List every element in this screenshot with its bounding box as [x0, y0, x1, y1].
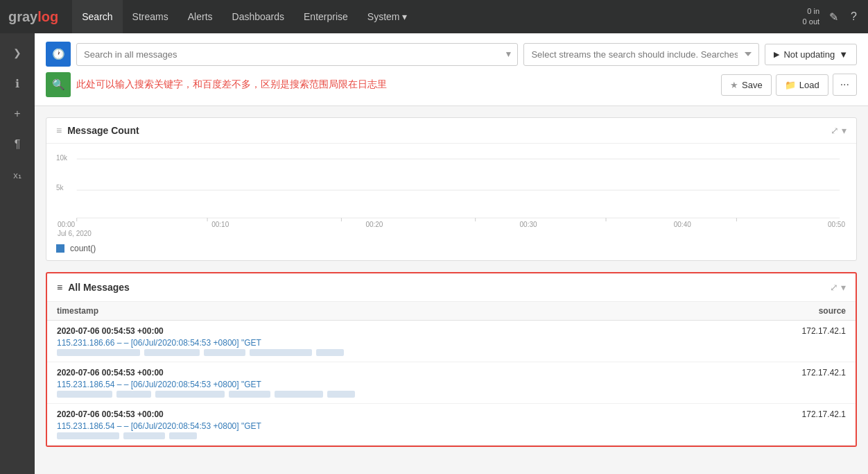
message-log-line[interactable]: 115.231.186.54 – – [06/Jul/2020:08:54:53…: [57, 380, 846, 389]
messages-table-header: timestamp source: [47, 302, 856, 321]
x-label-4: 00:40: [674, 221, 691, 228]
svg-text:5k: 5k: [56, 184, 63, 192]
widget-title: Message Count: [67, 125, 139, 136]
time-picker-button[interactable]: 🕐: [46, 42, 71, 67]
annotation-text: 此处可以输入搜索关键字，和百度差不多，区别是搜索范围局限在日志里: [76, 78, 715, 91]
nav-item-search[interactable]: Search: [72, 0, 122, 33]
star-icon: ★: [730, 80, 738, 90]
save-button[interactable]: ★ Save: [721, 74, 772, 96]
messages-menu-icon[interactable]: ≡: [57, 282, 62, 293]
blur-block: [204, 349, 245, 356]
counter-out-value: 0: [803, 17, 807, 26]
nav-item-streams[interactable]: Streams: [123, 0, 178, 33]
logo-gray-text: gray: [8, 9, 37, 24]
logo-log-text: log: [37, 9, 58, 24]
message-log-blurred: [57, 432, 846, 439]
play-icon: ▶: [774, 50, 779, 59]
not-updating-button[interactable]: ▶ Not updating ▼: [765, 44, 857, 65]
widget-header: ≡ Message Count ⤢ ▾: [46, 118, 856, 144]
blur-block: [144, 349, 200, 356]
load-button[interactable]: 📁 Load: [776, 74, 828, 96]
message-meta: 2020-07-06 00:54:53 +00:00 172.17.42.1: [57, 368, 846, 378]
blur-block: [123, 432, 165, 439]
message-log-blurred: [57, 349, 846, 356]
legend-color-box: [56, 244, 64, 253]
x-label-3: 00:30: [520, 221, 537, 228]
legend-label: count(): [70, 244, 96, 253]
search-input[interactable]: [76, 43, 518, 66]
sidebar-subscript-icon[interactable]: x₁: [5, 162, 30, 187]
sidebar-add-icon[interactable]: +: [5, 101, 30, 126]
messages-collapse-icon[interactable]: ▾: [841, 282, 846, 293]
blur-block: [275, 391, 323, 398]
blur-block: [57, 391, 112, 398]
message-source: 172.17.42.1: [802, 368, 846, 378]
blur-block: [327, 391, 355, 398]
x-label-5: 00:50: [828, 221, 845, 228]
widget-menu-icon[interactable]: ≡: [56, 125, 62, 136]
help-icon[interactable]: ?: [848, 8, 860, 26]
action-buttons: ★ Save 📁 Load ···: [721, 74, 857, 96]
table-row: 2020-07-06 00:54:53 +00:00 172.17.42.1 1…: [47, 321, 856, 362]
x-label-0: 00:00: [58, 221, 75, 228]
table-row: 2020-07-06 00:54:53 +00:00 172.17.42.1 1…: [47, 362, 856, 404]
widget-expand-icons: ⤢ ▾: [831, 125, 847, 136]
widget-fullscreen-icon[interactable]: ⤢: [831, 125, 839, 136]
table-row: 2020-07-06 00:54:53 +00:00 172.17.42.1 1…: [47, 404, 856, 446]
sidebar-info-icon[interactable]: ℹ: [5, 71, 30, 96]
nav-item-enterprise[interactable]: Enterprise: [294, 0, 358, 33]
svg-text:10k: 10k: [56, 154, 67, 162]
nav-item-dashboards[interactable]: Dashboards: [223, 0, 295, 33]
message-timestamp: 2020-07-06 00:54:53 +00:00: [57, 368, 164, 378]
save-label: Save: [742, 80, 763, 90]
blur-block: [57, 349, 140, 356]
x-label-1: 00:10: [211, 221, 229, 228]
message-log-line[interactable]: 115.231.186.54 – – [06/Jul/2020:08:54:53…: [57, 421, 846, 431]
all-messages-title: All Messages: [68, 282, 130, 293]
nav-item-alerts[interactable]: Alerts: [178, 0, 223, 33]
search-dropdown-icon[interactable]: ▼: [505, 49, 513, 59]
widget-title-row: ≡ Message Count: [56, 125, 139, 136]
search-input-wrap: ▼: [76, 43, 518, 66]
more-options-button[interactable]: ···: [833, 74, 857, 96]
message-count-widget: ≡ Message Count ⤢ ▾ 10k 5k: [46, 117, 857, 261]
message-log-line[interactable]: 115.231.186.66 – – [06/Jul/2020:08:54:53…: [57, 338, 846, 348]
sidebar-paragraph-icon[interactable]: ¶: [5, 132, 30, 157]
message-count-chart: 10k 5k: [56, 152, 847, 221]
blur-block: [316, 349, 344, 356]
edit-icon[interactable]: ✎: [826, 8, 841, 26]
x-label-2: 00:20: [365, 221, 383, 228]
messages-fullscreen-icon[interactable]: ⤢: [830, 282, 838, 293]
message-source: 172.17.42.1: [802, 409, 846, 419]
nav-items: Search Streams Alerts Dashboards Enterpr…: [72, 0, 802, 33]
load-label: Load: [799, 80, 819, 90]
widget-collapse-icon[interactable]: ▾: [842, 125, 847, 136]
col-timestamp-header: timestamp: [57, 306, 196, 316]
streams-select[interactable]: Select streams the search should include…: [523, 43, 759, 66]
blur-block: [116, 391, 151, 398]
sidebar: ❯ ℹ + ¶ x₁: [0, 33, 35, 474]
message-meta: 2020-07-06 00:54:53 +00:00 172.17.42.1: [57, 409, 846, 419]
counter-out-label: out: [809, 17, 819, 26]
blur-block: [155, 391, 225, 398]
chart-date-label: Jul 6, 2020: [56, 230, 847, 237]
blur-block: [250, 349, 312, 356]
not-updating-label: Not updating: [783, 49, 835, 60]
message-meta: 2020-07-06 00:54:53 +00:00 172.17.42.1: [57, 326, 846, 336]
message-log-blurred: [57, 391, 846, 398]
messages-expand-icons: ⤢ ▾: [830, 282, 846, 293]
not-updating-dropdown-icon: ▼: [839, 49, 848, 60]
nav-right: 0 in 0 out ✎ ?: [803, 6, 860, 28]
main-content: 🕐 ▼ Select streams the search should inc…: [35, 33, 868, 474]
top-nav: graylog Search Streams Alerts Dashboards…: [0, 0, 868, 33]
chart-area: 10k 5k 00:00 00:10 00: [46, 144, 856, 241]
chart-x-labels: 00:00 00:10 00:20 00:30 00:40 00:50: [56, 221, 847, 228]
search-execute-button[interactable]: 🔍: [46, 72, 71, 97]
layout: ❯ ℹ + ¶ x₁ 🕐 ▼ Select streams the search…: [0, 33, 868, 474]
message-source: 172.17.42.1: [802, 326, 846, 336]
messages-header: ≡ All Messages ⤢ ▾: [47, 273, 856, 302]
folder-icon: 📁: [785, 80, 796, 90]
nav-item-system[interactable]: System ▾: [358, 0, 417, 33]
all-messages-section: ≡ All Messages ⤢ ▾ timestamp source 2020…: [46, 272, 857, 447]
sidebar-chevron-icon[interactable]: ❯: [5, 40, 30, 65]
